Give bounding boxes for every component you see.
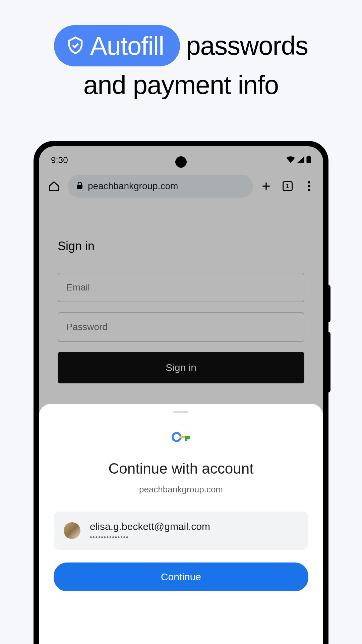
continue-button[interactable]: Continue (54, 562, 308, 591)
account-option[interactable]: elisa.g.beckett@gmail.com •••••••••••••• (54, 512, 308, 550)
headline-line2: and payment info (20, 70, 342, 100)
sheet-domain: peachbankgroup.com (54, 484, 308, 495)
pill-text: Autofill (90, 31, 164, 60)
phone-side-button (328, 332, 330, 392)
svg-rect-11 (187, 436, 190, 439)
headline: Autofill passwords and payment info (0, 0, 362, 100)
phone-screen: 9:30 peachbankgroup.c (39, 146, 323, 644)
autofill-pill: Autofill (54, 25, 180, 66)
password-mask: •••••••••••••• (90, 534, 210, 540)
headline-passwords: passwords (186, 31, 308, 61)
avatar (64, 522, 80, 539)
autofill-sheet: Continue with account peachbankgroup.com… (39, 404, 323, 644)
front-camera (175, 156, 187, 168)
phone-side-button (328, 285, 330, 322)
svg-rect-10 (185, 436, 187, 441)
phone-frame: 9:30 peachbankgroup.c (34, 141, 328, 644)
sheet-title: Continue with account (54, 460, 308, 477)
shield-check-icon (66, 31, 85, 60)
account-email: elisa.g.beckett@gmail.com (90, 521, 210, 532)
password-manager-icon (54, 432, 308, 442)
svg-point-8 (173, 433, 181, 441)
sheet-handle[interactable] (173, 411, 189, 413)
headline-line1: Autofill passwords (20, 25, 342, 66)
